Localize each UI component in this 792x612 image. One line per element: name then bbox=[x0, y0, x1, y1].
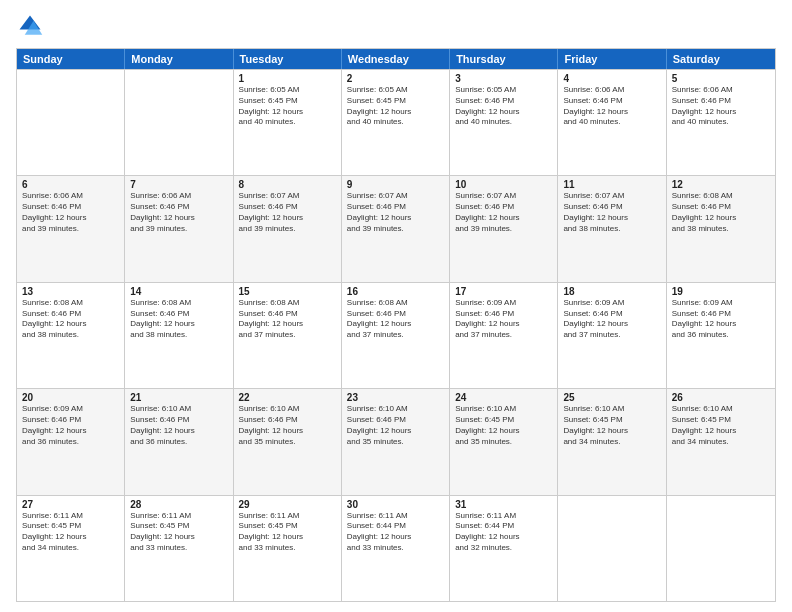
calendar-cell: 13Sunrise: 6:08 AMSunset: 6:46 PMDayligh… bbox=[17, 283, 125, 388]
calendar-cell: 25Sunrise: 6:10 AMSunset: 6:45 PMDayligh… bbox=[558, 389, 666, 494]
calendar-row: 13Sunrise: 6:08 AMSunset: 6:46 PMDayligh… bbox=[17, 282, 775, 388]
day-number: 30 bbox=[347, 499, 444, 510]
logo bbox=[16, 12, 48, 40]
day-number: 29 bbox=[239, 499, 336, 510]
cell-details: Sunrise: 6:11 AMSunset: 6:45 PMDaylight:… bbox=[22, 511, 119, 554]
cell-details: Sunrise: 6:08 AMSunset: 6:46 PMDaylight:… bbox=[22, 298, 119, 341]
calendar-header-day: Thursday bbox=[450, 49, 558, 69]
calendar-header-day: Tuesday bbox=[234, 49, 342, 69]
calendar-body: 1Sunrise: 6:05 AMSunset: 6:45 PMDaylight… bbox=[17, 69, 775, 601]
day-number: 31 bbox=[455, 499, 552, 510]
cell-details: Sunrise: 6:11 AMSunset: 6:45 PMDaylight:… bbox=[130, 511, 227, 554]
calendar-cell: 21Sunrise: 6:10 AMSunset: 6:46 PMDayligh… bbox=[125, 389, 233, 494]
calendar-cell: 28Sunrise: 6:11 AMSunset: 6:45 PMDayligh… bbox=[125, 496, 233, 601]
day-number: 27 bbox=[22, 499, 119, 510]
calendar-row: 20Sunrise: 6:09 AMSunset: 6:46 PMDayligh… bbox=[17, 388, 775, 494]
calendar-cell: 19Sunrise: 6:09 AMSunset: 6:46 PMDayligh… bbox=[667, 283, 775, 388]
day-number: 12 bbox=[672, 179, 770, 190]
day-number: 7 bbox=[130, 179, 227, 190]
day-number: 22 bbox=[239, 392, 336, 403]
calendar-cell: 1Sunrise: 6:05 AMSunset: 6:45 PMDaylight… bbox=[234, 70, 342, 175]
day-number: 16 bbox=[347, 286, 444, 297]
calendar-cell: 4Sunrise: 6:06 AMSunset: 6:46 PMDaylight… bbox=[558, 70, 666, 175]
calendar-cell bbox=[17, 70, 125, 175]
cell-details: Sunrise: 6:11 AMSunset: 6:44 PMDaylight:… bbox=[347, 511, 444, 554]
day-number: 6 bbox=[22, 179, 119, 190]
day-number: 4 bbox=[563, 73, 660, 84]
calendar-cell: 31Sunrise: 6:11 AMSunset: 6:44 PMDayligh… bbox=[450, 496, 558, 601]
cell-details: Sunrise: 6:07 AMSunset: 6:46 PMDaylight:… bbox=[455, 191, 552, 234]
cell-details: Sunrise: 6:09 AMSunset: 6:46 PMDaylight:… bbox=[455, 298, 552, 341]
cell-details: Sunrise: 6:06 AMSunset: 6:46 PMDaylight:… bbox=[672, 85, 770, 128]
cell-details: Sunrise: 6:10 AMSunset: 6:45 PMDaylight:… bbox=[563, 404, 660, 447]
cell-details: Sunrise: 6:05 AMSunset: 6:45 PMDaylight:… bbox=[239, 85, 336, 128]
calendar-cell: 3Sunrise: 6:05 AMSunset: 6:46 PMDaylight… bbox=[450, 70, 558, 175]
calendar-cell bbox=[558, 496, 666, 601]
calendar-cell: 26Sunrise: 6:10 AMSunset: 6:45 PMDayligh… bbox=[667, 389, 775, 494]
day-number: 24 bbox=[455, 392, 552, 403]
calendar-header: SundayMondayTuesdayWednesdayThursdayFrid… bbox=[17, 49, 775, 69]
cell-details: Sunrise: 6:05 AMSunset: 6:45 PMDaylight:… bbox=[347, 85, 444, 128]
calendar-cell: 22Sunrise: 6:10 AMSunset: 6:46 PMDayligh… bbox=[234, 389, 342, 494]
calendar-cell: 27Sunrise: 6:11 AMSunset: 6:45 PMDayligh… bbox=[17, 496, 125, 601]
calendar-cell: 30Sunrise: 6:11 AMSunset: 6:44 PMDayligh… bbox=[342, 496, 450, 601]
day-number: 17 bbox=[455, 286, 552, 297]
calendar-cell: 10Sunrise: 6:07 AMSunset: 6:46 PMDayligh… bbox=[450, 176, 558, 281]
day-number: 5 bbox=[672, 73, 770, 84]
day-number: 25 bbox=[563, 392, 660, 403]
calendar-header-day: Monday bbox=[125, 49, 233, 69]
page: SundayMondayTuesdayWednesdayThursdayFrid… bbox=[0, 0, 792, 612]
calendar-cell: 14Sunrise: 6:08 AMSunset: 6:46 PMDayligh… bbox=[125, 283, 233, 388]
cell-details: Sunrise: 6:09 AMSunset: 6:46 PMDaylight:… bbox=[672, 298, 770, 341]
calendar-cell: 12Sunrise: 6:08 AMSunset: 6:46 PMDayligh… bbox=[667, 176, 775, 281]
cell-details: Sunrise: 6:07 AMSunset: 6:46 PMDaylight:… bbox=[563, 191, 660, 234]
cell-details: Sunrise: 6:08 AMSunset: 6:46 PMDaylight:… bbox=[347, 298, 444, 341]
calendar-header-day: Friday bbox=[558, 49, 666, 69]
calendar-cell bbox=[667, 496, 775, 601]
calendar-cell: 5Sunrise: 6:06 AMSunset: 6:46 PMDaylight… bbox=[667, 70, 775, 175]
calendar-cell: 20Sunrise: 6:09 AMSunset: 6:46 PMDayligh… bbox=[17, 389, 125, 494]
calendar-cell: 15Sunrise: 6:08 AMSunset: 6:46 PMDayligh… bbox=[234, 283, 342, 388]
logo-icon bbox=[16, 12, 44, 40]
calendar-cell: 29Sunrise: 6:11 AMSunset: 6:45 PMDayligh… bbox=[234, 496, 342, 601]
day-number: 20 bbox=[22, 392, 119, 403]
cell-details: Sunrise: 6:06 AMSunset: 6:46 PMDaylight:… bbox=[563, 85, 660, 128]
day-number: 10 bbox=[455, 179, 552, 190]
day-number: 11 bbox=[563, 179, 660, 190]
calendar-cell: 11Sunrise: 6:07 AMSunset: 6:46 PMDayligh… bbox=[558, 176, 666, 281]
calendar-cell: 8Sunrise: 6:07 AMSunset: 6:46 PMDaylight… bbox=[234, 176, 342, 281]
cell-details: Sunrise: 6:06 AMSunset: 6:46 PMDaylight:… bbox=[130, 191, 227, 234]
day-number: 13 bbox=[22, 286, 119, 297]
calendar: SundayMondayTuesdayWednesdayThursdayFrid… bbox=[16, 48, 776, 602]
calendar-header-day: Sunday bbox=[17, 49, 125, 69]
cell-details: Sunrise: 6:07 AMSunset: 6:46 PMDaylight:… bbox=[347, 191, 444, 234]
cell-details: Sunrise: 6:10 AMSunset: 6:46 PMDaylight:… bbox=[130, 404, 227, 447]
cell-details: Sunrise: 6:11 AMSunset: 6:44 PMDaylight:… bbox=[455, 511, 552, 554]
calendar-header-day: Saturday bbox=[667, 49, 775, 69]
cell-details: Sunrise: 6:10 AMSunset: 6:46 PMDaylight:… bbox=[347, 404, 444, 447]
cell-details: Sunrise: 6:11 AMSunset: 6:45 PMDaylight:… bbox=[239, 511, 336, 554]
day-number: 8 bbox=[239, 179, 336, 190]
calendar-cell: 2Sunrise: 6:05 AMSunset: 6:45 PMDaylight… bbox=[342, 70, 450, 175]
day-number: 2 bbox=[347, 73, 444, 84]
day-number: 18 bbox=[563, 286, 660, 297]
calendar-row: 6Sunrise: 6:06 AMSunset: 6:46 PMDaylight… bbox=[17, 175, 775, 281]
calendar-cell: 24Sunrise: 6:10 AMSunset: 6:45 PMDayligh… bbox=[450, 389, 558, 494]
calendar-row: 27Sunrise: 6:11 AMSunset: 6:45 PMDayligh… bbox=[17, 495, 775, 601]
day-number: 21 bbox=[130, 392, 227, 403]
cell-details: Sunrise: 6:08 AMSunset: 6:46 PMDaylight:… bbox=[672, 191, 770, 234]
cell-details: Sunrise: 6:06 AMSunset: 6:46 PMDaylight:… bbox=[22, 191, 119, 234]
calendar-header-day: Wednesday bbox=[342, 49, 450, 69]
day-number: 9 bbox=[347, 179, 444, 190]
day-number: 3 bbox=[455, 73, 552, 84]
cell-details: Sunrise: 6:10 AMSunset: 6:45 PMDaylight:… bbox=[672, 404, 770, 447]
calendar-cell: 17Sunrise: 6:09 AMSunset: 6:46 PMDayligh… bbox=[450, 283, 558, 388]
day-number: 1 bbox=[239, 73, 336, 84]
calendar-cell: 7Sunrise: 6:06 AMSunset: 6:46 PMDaylight… bbox=[125, 176, 233, 281]
header bbox=[16, 12, 776, 40]
day-number: 15 bbox=[239, 286, 336, 297]
day-number: 28 bbox=[130, 499, 227, 510]
cell-details: Sunrise: 6:05 AMSunset: 6:46 PMDaylight:… bbox=[455, 85, 552, 128]
cell-details: Sunrise: 6:08 AMSunset: 6:46 PMDaylight:… bbox=[239, 298, 336, 341]
calendar-cell: 9Sunrise: 6:07 AMSunset: 6:46 PMDaylight… bbox=[342, 176, 450, 281]
